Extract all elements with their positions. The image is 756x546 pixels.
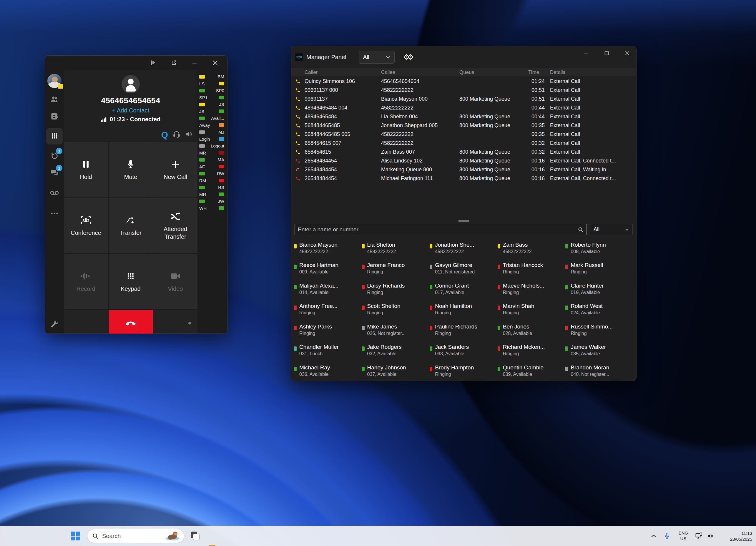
tray-language-indicator[interactable]: ENGUS [676,530,691,542]
blf-entry[interactable]: AF [199,163,224,170]
maximize-button[interactable] [603,49,610,57]
add-contact-link[interactable]: + Add Contact [112,107,149,114]
contact-card[interactable]: James Walker 035, Available [565,340,633,361]
record-button[interactable]: Record [64,254,108,309]
close-button[interactable] [212,59,218,66]
new-call-button[interactable]: New Call [153,142,197,198]
tray-microphone-icon[interactable] [662,531,672,541]
blf-entry[interactable]: MR [199,150,224,157]
calls-filter-dropdown[interactable]: All [359,51,395,64]
tray-network-icon[interactable] [694,531,705,541]
contact-card[interactable]: Gavyn Gilmore 011, Not registered [430,258,498,279]
blf-entry[interactable]: MJ [199,129,224,136]
contact-card[interactable]: Claire Hunter 019, Available [565,279,633,299]
col-details[interactable]: Details [547,69,636,75]
contact-card[interactable]: Lia Shelton 45822222222 [362,238,430,258]
headset-icon[interactable] [173,130,180,139]
hold-button[interactable]: Hold [64,142,108,198]
blf-entry[interactable]: MR [199,191,224,198]
contact-card[interactable]: Noah Hamilton Ringing [430,299,498,320]
contact-card[interactable]: Mike James 026, Not register... [362,320,430,340]
splitter-handle[interactable] [291,219,636,223]
sidebar-item-dialpad-active[interactable] [46,128,63,145]
call-row[interactable]: 48946465484 Lia Shelton 004 800 Marketin… [291,112,636,121]
settings-gears-icon[interactable]: ⚙⚙ [403,53,411,61]
contact-card[interactable]: Maeve Nichols... Ringing [498,279,566,299]
col-queue[interactable]: Queue [459,69,528,75]
col-caller[interactable]: Caller [305,69,381,75]
sidebar-item-more[interactable] [49,208,60,219]
contact-card[interactable]: Bianca Mayson 45822222222 [294,238,362,258]
minimize-button[interactable] [582,49,590,57]
attended-transfer-button[interactable]: Attended Transfer [153,198,197,253]
popout-icon[interactable] [171,59,177,66]
blf-entry[interactable]: JW [199,198,224,205]
tray-overflow-chevron[interactable] [649,531,659,541]
col-callee[interactable]: Callee [381,69,459,75]
call-row[interactable]: 99691137 000 45822222222 00:51 External … [291,86,636,94]
contact-card[interactable]: Mark Russell Ringing [565,258,633,279]
mute-button[interactable]: Mute [109,142,153,198]
blf-entry[interactable]: Logout [199,142,224,150]
contact-card[interactable]: Jake Rodgers 032, Available [362,340,430,361]
contact-card[interactable]: Scott Shelton Ringing [362,299,430,320]
video-button[interactable]: Video [153,254,197,309]
sidebar-item-voicemail[interactable] [49,187,60,199]
transfer-button[interactable]: Transfer [109,198,153,253]
contact-card[interactable]: Ashley Parks Ringing [294,320,362,340]
contact-card[interactable]: Marvin Shah Ringing [498,299,566,320]
start-button[interactable] [69,530,82,542]
call-row[interactable]: 658454615 007 45822222222 00:32 External… [291,139,636,147]
contact-card[interactable]: Brandon Moran 040, Not register... [565,361,633,381]
contact-card[interactable]: Michael Ray 036, Available [294,361,362,381]
contact-card[interactable]: Jerome Franco Ringing [362,258,430,279]
call-row[interactable]: Quincy Simmons 106 4564654654654 01:24 E… [291,77,636,86]
blf-entry[interactable]: BM [199,73,224,80]
call-stats-icon[interactable] [150,59,157,66]
contact-card[interactable]: Pauline Richards Ringing [430,320,498,340]
contact-card[interactable]: Tristan Hancock Ringing [498,258,566,279]
blf-entry[interactable]: Away [199,122,224,129]
call-row[interactable]: 26548484454 Alisa Lindsey 102 800 Market… [291,156,636,165]
file-explorer-button[interactable] [208,543,221,546]
blf-entry[interactable]: JS [199,108,224,115]
call-row[interactable]: 658454615 Zain Bass 007 800 Marketing Qu… [291,147,636,156]
hangup-button[interactable] [109,310,153,334]
contacts-filter-dropdown[interactable]: All [590,224,633,235]
call-row[interactable]: 568484465485 005 45822222222 00:35 Exter… [291,130,636,139]
conference-button[interactable]: Conference [64,198,108,253]
blf-entry[interactable]: RM [199,177,224,184]
blf-entry[interactable]: RW [199,170,224,177]
contact-card[interactable]: Roland West 024, Available [565,299,633,320]
contact-card[interactable]: Richard Mcken... Ringing [498,340,566,361]
call-row[interactable]: 26548484454 Marketing Queue 800 800 Mark… [291,165,636,174]
blf-entry[interactable]: Avail... [199,115,224,122]
contact-card[interactable]: Harley Johnson 037, Available [362,361,430,381]
settings-wrench-icon[interactable] [49,318,60,330]
contact-card[interactable]: Russell Simmo... Ringing [565,320,633,340]
contact-card[interactable]: Reece Hartman 009, Available [294,258,362,279]
call-row[interactable]: 568484465485 Jonathon Sheppard 005 800 M… [291,121,636,130]
col-time[interactable]: Time [528,69,547,75]
sidebar-item-history[interactable]: 1 [49,150,60,162]
contact-search-input[interactable] [298,226,578,233]
blf-entry[interactable]: LS [199,80,224,87]
contact-card[interactable]: Anthony Free... Ringing [294,299,362,320]
blf-entry[interactable]: SP1 [199,94,224,101]
user-avatar[interactable] [47,74,62,88]
taskbar-search[interactable]: Search [87,529,184,543]
contact-card[interactable]: Jack Sanders 033, Available [430,340,498,361]
tray-clock[interactable]: 11:13 28/05/2025 [718,530,752,542]
contact-card[interactable]: Chandler Muller 031, Lunch [294,340,362,361]
contact-card[interactable]: Brody Hampton Ringing [430,361,498,381]
blf-entry[interactable]: JS [199,101,224,108]
sidebar-item-contacts[interactable] [49,93,60,105]
contact-card[interactable]: Roberto Flynn 008, Available [565,238,633,258]
blf-entry[interactable]: WH [199,205,224,212]
close-button[interactable] [623,49,631,57]
contact-card[interactable]: Connor Grant 017, Available [430,279,498,299]
sidebar-item-chat[interactable]: 1 [49,167,60,179]
contact-card[interactable]: Jonathon She... 45822222222 [430,238,498,258]
tray-volume-icon[interactable] [705,531,716,541]
keypad-button[interactable]: Keypad [109,254,153,309]
